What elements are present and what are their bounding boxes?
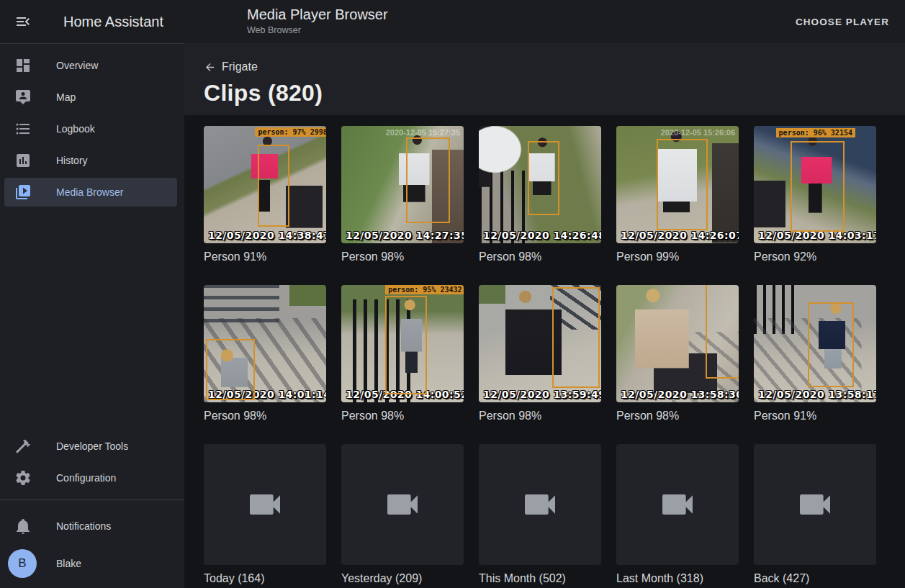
list-bulleted-icon (14, 120, 32, 137)
clip-caption: Person 91% (754, 409, 876, 422)
detection-bbox (552, 287, 600, 388)
clip-tile[interactable]: person: 95% 23432 12/05/2020 14:00:52 Pe… (341, 285, 464, 422)
clip-thumbnail: person: 95% 23432 12/05/2020 14:00:52 (341, 285, 464, 402)
arrow-left-icon (204, 61, 216, 73)
folder-thumbnail (616, 444, 739, 565)
breadcrumb-back-frigate[interactable]: Frigate (204, 60, 258, 73)
clip-timestamp: 12/05/2020 14:26:48 (483, 230, 601, 241)
bell-icon (14, 517, 32, 535)
clip-tile[interactable]: person: 97% 29988 12/05/2020 14:38:47 Pe… (204, 126, 326, 263)
clip-caption: Person 92% (754, 250, 876, 263)
sidebar-item-history[interactable]: History (4, 146, 177, 175)
clip-caption: Person 98% (616, 409, 739, 422)
clip-timestamp: 12/05/2020 14:26:07 (621, 230, 739, 241)
camera-osd-timestamp: 2020-12-05 15:27:35 (386, 128, 460, 137)
dashboard-icon (14, 57, 32, 74)
clip-thumbnail: 12/05/2020 13:58:17 (754, 285, 876, 402)
detection-bbox (706, 285, 739, 379)
sidebar-item-media-browser[interactable]: Media Browser (4, 178, 177, 207)
folder-tile-this-month[interactable]: This Month (502) (479, 444, 601, 585)
clip-tile[interactable]: 12/05/2020 13:58:30 Person 98% (616, 285, 739, 422)
sidebar-item-map[interactable]: Map (4, 83, 177, 112)
folder-tile-last-month[interactable]: Last Month (318) (616, 444, 739, 585)
clip-thumbnail: person: 96% 32154 12/05/2020 14:03:17 (754, 126, 876, 243)
clip-thumbnail: person: 97% 29988 12/05/2020 14:38:47 (204, 126, 326, 243)
video-icon (520, 484, 560, 525)
detection-bbox (385, 296, 427, 394)
clip-tile[interactable]: person: 96% 32154 12/05/2020 14:03:17 Pe… (754, 126, 876, 263)
video-icon (795, 484, 835, 525)
sidebar-item-overview[interactable]: Overview (4, 51, 177, 80)
clip-caption: Person 98% (341, 250, 464, 263)
clip-tile[interactable]: 12/05/2020 14:26:48 Person 98% (479, 126, 601, 263)
menu-open-icon[interactable] (14, 13, 32, 30)
clip-thumbnail: 12/05/2020 13:59:49 (479, 285, 601, 402)
clip-timestamp: 12/05/2020 13:58:17 (758, 389, 876, 400)
avatar: B (8, 549, 37, 578)
clips-grid: person: 97% 29988 12/05/2020 14:38:47 Pe… (184, 115, 905, 588)
detection-label: person: 97% 29988 (255, 127, 326, 137)
folder-tile-today[interactable]: Today (164) (204, 444, 326, 585)
sidebar-item-developer-tools[interactable]: Developer Tools (4, 432, 177, 461)
folder-caption: Back (427) (754, 571, 876, 585)
breadcrumb-label: Frigate (222, 60, 258, 73)
detection-bbox (206, 339, 255, 400)
detection-bbox (528, 141, 559, 215)
detection-bbox (791, 141, 845, 232)
clip-caption: Person 98% (479, 250, 601, 263)
chart-box-icon (14, 152, 32, 169)
video-icon (382, 484, 423, 525)
page-header-title: Media Player Browser (247, 6, 388, 23)
user-name: Blake (56, 558, 81, 569)
page-header-subtitle: Web Browser (247, 25, 388, 35)
sidebar-item-label: Map (56, 91, 76, 103)
app-title: Home Assistant (63, 14, 163, 30)
detection-bbox (808, 302, 855, 386)
folder-tile-yesterday[interactable]: Yesterday (209) (341, 444, 464, 585)
clip-caption: Person 98% (204, 409, 326, 422)
clip-tile[interactable]: 12/05/2020 14:01:14 Person 98% (204, 285, 326, 422)
sidebar-divider (0, 499, 184, 500)
clip-caption: Person 98% (479, 409, 601, 422)
clip-tile[interactable]: 2020-12-05 15:26:06 12/05/2020 14:26:07 … (616, 126, 739, 263)
sidebar-item-user-profile[interactable]: B Blake (4, 543, 177, 584)
folder-tile-back[interactable]: Back (427) (754, 444, 876, 585)
clip-tile[interactable]: 12/05/2020 13:58:17 Person 91% (754, 285, 876, 422)
play-box-multiple-icon (14, 184, 32, 201)
detection-bbox (657, 139, 708, 230)
sidebar-item-label: Overview (56, 60, 98, 71)
choose-player-button[interactable]: CHOOSE PLAYER (796, 0, 889, 43)
clip-caption: Person 99% (616, 250, 739, 263)
clip-thumbnail: 12/05/2020 14:26:48 (479, 126, 601, 243)
app-top-bar: Home Assistant Media Player Browser Web … (0, 0, 905, 43)
sidebar-item-notifications[interactable]: Notifications (4, 512, 177, 540)
folder-thumbnail (341, 444, 464, 565)
video-icon (657, 484, 698, 525)
detection-bbox (258, 145, 289, 227)
sidebar-item-label: Configuration (56, 472, 116, 484)
clip-thumbnail: 12/05/2020 13:58:30 (616, 285, 739, 402)
detection-label: person: 96% 32154 (776, 128, 855, 137)
clip-caption: Person 91% (204, 250, 326, 263)
page-title: Clips (820) (204, 80, 905, 107)
folder-caption: Today (164) (204, 571, 326, 585)
clip-thumbnail: 2020-12-05 15:27:35 12/05/2020 14:27:35 (341, 126, 464, 243)
clip-timestamp: 12/05/2020 13:58:30 (621, 389, 739, 400)
sidebar-item-configuration[interactable]: Configuration (4, 463, 177, 492)
sidebar-item-label: Media Browser (56, 186, 123, 198)
clip-tile[interactable]: 12/05/2020 13:59:49 Person 98% (479, 285, 601, 422)
folder-thumbnail (754, 444, 876, 565)
sidebar-item-label: Logbook (56, 123, 95, 135)
video-icon (245, 484, 285, 525)
folder-thumbnail (204, 444, 326, 565)
media-browser-content: Frigate Clips (820) person: 97% 29988 12… (184, 43, 905, 588)
detection-bbox (406, 137, 450, 223)
sidebar-item-logbook[interactable]: Logbook (4, 114, 177, 143)
clip-timestamp: 12/05/2020 14:27:35 (346, 230, 464, 241)
camera-osd-timestamp: 2020-12-05 15:26:06 (661, 128, 735, 137)
folder-caption: Last Month (318) (616, 571, 739, 585)
sidebar-item-label: History (56, 155, 88, 166)
clip-tile[interactable]: 2020-12-05 15:27:35 12/05/2020 14:27:35 … (341, 126, 464, 263)
folder-caption: Yesterday (209) (341, 571, 464, 585)
hammer-icon (14, 438, 32, 455)
